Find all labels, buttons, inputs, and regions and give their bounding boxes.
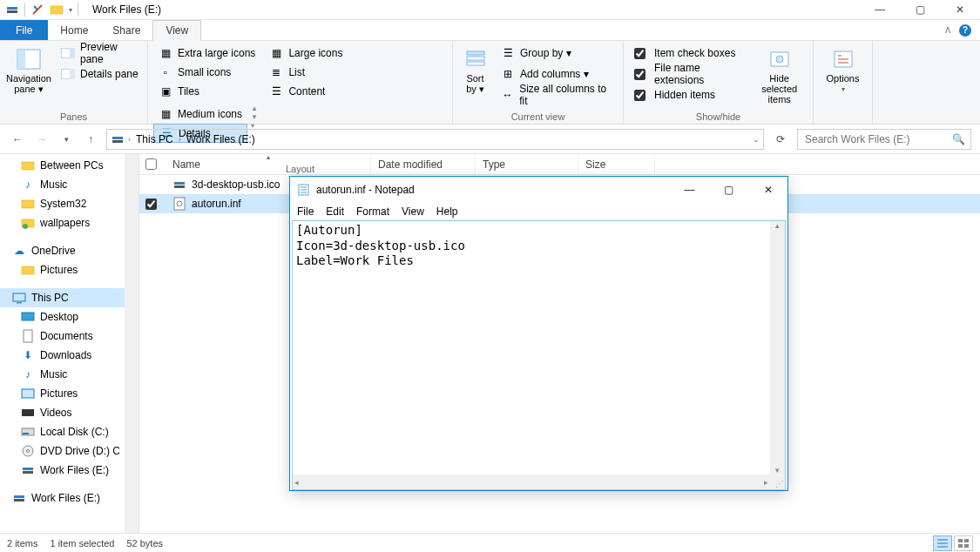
tree-item-work[interactable]: Work Files (E:) [0, 461, 139, 480]
hidden-items-checkbox[interactable] [634, 90, 645, 101]
tree-item-onedrive[interactable]: ☁OneDrive [0, 241, 139, 260]
tab-share[interactable]: Share [100, 20, 152, 40]
folder-qat-icon[interactable] [50, 3, 64, 17]
large-icons-toggle[interactable] [954, 535, 973, 551]
notepad-close-button[interactable]: ✕ [748, 177, 787, 203]
tree-item-videos[interactable]: Videos [0, 403, 139, 422]
large-icons-button[interactable]: ▦Large icons [264, 44, 355, 63]
notepad-vertical-scrollbar[interactable]: ▴▾ [770, 221, 785, 475]
tree-item-pictures2[interactable]: Pictures [0, 384, 139, 403]
small-icons-button[interactable]: ▫Small icons [153, 63, 260, 82]
layout-scroll-up-icon[interactable]: ▲ [251, 104, 258, 112]
tree-item-between-pcs[interactable]: Between PCs [0, 156, 139, 175]
tab-view[interactable]: View [152, 20, 201, 41]
details-pane-button[interactable]: Details pane [56, 64, 146, 84]
notepad-content[interactable]: [Autorun] Icon=3d-desktop-usb.ico Label=… [293, 221, 785, 271]
tab-file[interactable]: File [0, 20, 48, 40]
notepad-menu-edit[interactable]: Edit [326, 205, 344, 218]
col-name[interactable]: Name▴ [166, 154, 371, 174]
tree-scrollbar[interactable] [125, 154, 139, 533]
details-view-toggle[interactable] [933, 535, 952, 551]
file-checkbox[interactable] [145, 199, 157, 210]
folder-icon [21, 158, 35, 172]
notepad-text-area[interactable]: [Autorun] Icon=3d-desktop-usb.ico Label=… [292, 220, 786, 490]
properties-icon[interactable] [30, 3, 44, 17]
col-type[interactable]: Type [476, 154, 578, 174]
scroll-left-icon[interactable]: ◂ [294, 478, 299, 487]
notepad-window[interactable]: autorun.inf - Notepad — ▢ ✕ File Edit Fo… [289, 176, 788, 491]
forward-button[interactable]: → [33, 131, 51, 148]
svg-rect-17 [22, 162, 34, 170]
tree-item-localdisk[interactable]: Local Disk (C:) [0, 422, 139, 441]
file-name-ext-checkbox[interactable] [634, 69, 645, 80]
qat-dropdown-icon[interactable]: ▾ [69, 6, 72, 14]
notepad-resize-grip[interactable]: ⋰ [770, 475, 785, 489]
scroll-right-icon[interactable]: ▸ [764, 478, 768, 487]
recent-locations-button[interactable]: ▾ [57, 131, 75, 148]
size-columns-icon: ↔ [501, 89, 514, 101]
add-columns-button[interactable]: ⊞Add columns ▾ [496, 64, 618, 84]
maximize-button[interactable]: ▢ [900, 0, 940, 20]
tree-item-dvd[interactable]: DVD Drive (D:) C [0, 441, 139, 461]
tree-item-pictures[interactable]: Pictures [0, 260, 139, 279]
navigation-tree[interactable]: Between PCs ♪Music System32 wallpapers ☁… [0, 154, 139, 533]
tree-item-documents[interactable]: Documents [0, 326, 139, 346]
refresh-button[interactable]: ⟳ [771, 130, 790, 149]
item-check-boxes-checkbox[interactable] [634, 48, 645, 59]
col-date[interactable]: Date modified [371, 154, 476, 174]
tree-item-desktop[interactable]: Desktop [0, 307, 139, 326]
notepad-maximize-button[interactable]: ▢ [709, 177, 748, 203]
notepad-titlebar[interactable]: autorun.inf - Notepad — ▢ ✕ [290, 177, 787, 203]
item-check-boxes-toggle[interactable]: Item check boxes [629, 44, 747, 63]
address-dropdown-icon[interactable]: ⌄ [753, 135, 760, 144]
col-size[interactable]: Size [578, 154, 655, 174]
list-button[interactable]: ≣List [264, 63, 355, 82]
tiles-button[interactable]: ▣Tiles [153, 82, 260, 101]
hidden-items-toggle[interactable]: Hidden items [629, 85, 747, 104]
back-button[interactable]: ← [9, 131, 26, 148]
notepad-menu-format[interactable]: Format [356, 205, 389, 218]
chevron-icon[interactable]: › [128, 135, 131, 144]
tree-item-downloads[interactable]: ⬇Downloads [0, 346, 139, 365]
notepad-horizontal-scrollbar[interactable]: ◂▸ [293, 475, 770, 489]
extra-large-icons-button[interactable]: ▦Extra large icons [153, 44, 260, 63]
ribbon-collapse-icon[interactable]: ᐱ [945, 26, 950, 35]
crumb-drive[interactable]: Work Files (E:) [185, 133, 257, 145]
navigation-pane-button[interactable]: Navigation pane ▾ [5, 44, 52, 98]
tab-home[interactable]: Home [48, 20, 100, 40]
tree-item-this-pc[interactable]: This PC [0, 288, 139, 307]
address-bar[interactable]: › This PC › Work Files (E:) ⌄ [106, 129, 764, 150]
help-icon[interactable]: ? [959, 24, 971, 37]
medium-icons-button[interactable]: ▦Medium icons [153, 104, 247, 124]
search-box[interactable]: 🔍 [797, 129, 971, 150]
search-input[interactable] [803, 132, 952, 146]
crumb-this-pc[interactable]: This PC [134, 133, 175, 145]
preview-pane-button[interactable]: Preview pane [56, 44, 146, 63]
select-all-checkbox[interactable] [139, 158, 166, 170]
notepad-minimize-button[interactable]: — [670, 177, 709, 203]
notepad-menu-file[interactable]: File [297, 205, 314, 218]
scroll-up-icon[interactable]: ▴ [775, 221, 780, 230]
options-button[interactable]: Options ▾ [819, 44, 867, 97]
notepad-menu-help[interactable]: Help [436, 205, 458, 218]
sort-by-button[interactable]: Sort by ▾ [458, 44, 492, 98]
tree-item-music2[interactable]: ♪Music [0, 365, 139, 384]
tree-item-music[interactable]: ♪Music [0, 175, 139, 194]
file-name-ext-toggle[interactable]: File name extensions [629, 64, 747, 84]
svg-rect-33 [23, 471, 33, 474]
tree-item-work2[interactable]: Work Files (E:) [0, 488, 139, 508]
close-button[interactable]: ✕ [940, 0, 980, 20]
tree-item-wallpapers[interactable]: wallpapers [0, 213, 139, 232]
size-columns-button[interactable]: ↔Size all columns to fit [496, 85, 618, 104]
group-by-button[interactable]: ☰Group by ▾ [496, 44, 618, 63]
chevron-icon[interactable]: › [179, 135, 181, 144]
minimize-button[interactable]: — [860, 0, 900, 20]
notepad-menu-view[interactable]: View [402, 205, 424, 218]
tree-item-system32[interactable]: System32 [0, 194, 139, 213]
up-button[interactable]: ↑ [82, 131, 99, 148]
content-button[interactable]: ☰Content [264, 82, 355, 101]
scroll-down-icon[interactable]: ▾ [775, 466, 780, 475]
layout-scroll-down-icon[interactable]: ▼ [251, 113, 258, 121]
options-dropdown-icon[interactable]: ▾ [841, 85, 845, 93]
hide-selected-items-button[interactable]: Hide selected items [751, 44, 808, 108]
